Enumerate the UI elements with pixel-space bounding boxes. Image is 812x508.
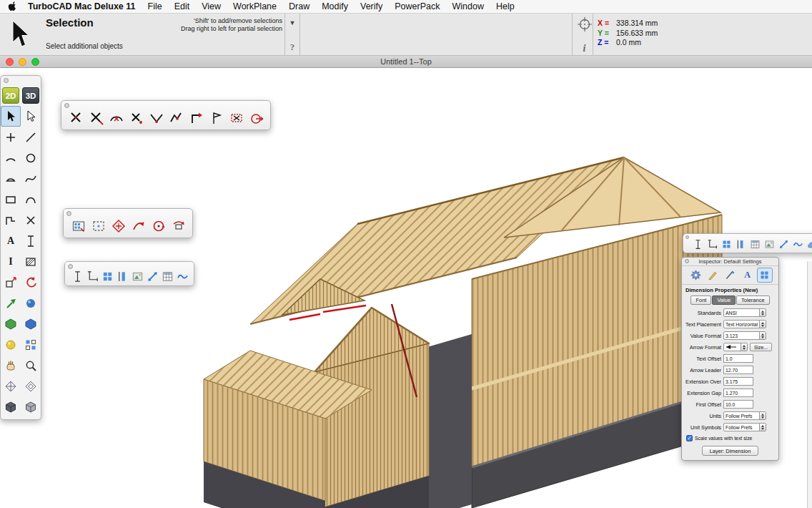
light-tool[interactable]	[1, 334, 21, 355]
chamfer-tool[interactable]	[147, 109, 166, 127]
standards-select[interactable]: ANSI	[723, 308, 766, 317]
menu-modify[interactable]: Modify	[322, 1, 348, 11]
menu-workplane[interactable]: WorkPlane	[233, 1, 277, 11]
app-name[interactable]: TurboCAD Mac Deluxe 11	[28, 1, 136, 11]
crosshair-icon[interactable]	[578, 17, 592, 31]
info-icon[interactable]: i	[583, 43, 586, 54]
settings-category[interactable]	[689, 268, 703, 282]
extension-over-input[interactable]: 3.175	[723, 377, 753, 386]
delete-tool[interactable]	[21, 210, 41, 230]
menu-verify[interactable]: Verify	[360, 1, 382, 11]
table-tool[interactable]	[161, 270, 174, 283]
field-text-tool[interactable]: I	[1, 251, 21, 272]
image-tool[interactable]	[131, 270, 144, 283]
hidden-line-view-tool[interactable]	[21, 376, 41, 396]
break-tool[interactable]	[67, 109, 86, 127]
layer-button[interactable]: Layer: Dimension	[702, 446, 759, 456]
units-select[interactable]: Follow Prefs	[723, 411, 766, 420]
menu-help[interactable]: Help	[496, 1, 515, 11]
palette-close-icon[interactable]	[685, 235, 689, 239]
select-open-tool[interactable]	[21, 106, 41, 127]
apple-menu[interactable]	[7, 1, 16, 11]
sphere-tool[interactable]	[21, 293, 41, 313]
move-tool[interactable]	[129, 218, 148, 235]
menu-view[interactable]: View	[202, 1, 221, 11]
bar-dimension-tool[interactable]	[734, 238, 748, 250]
menu-powerpack[interactable]: PowerPack	[395, 1, 440, 11]
shaded-view-tool[interactable]	[1, 396, 21, 417]
stepper-icon[interactable]	[759, 309, 766, 316]
corner-dimension-tool[interactable]	[86, 270, 99, 283]
revolve-tool[interactable]	[247, 109, 266, 127]
line-tool[interactable]	[21, 127, 41, 147]
palette-close-icon[interactable]	[68, 264, 73, 269]
grid-dimension-tool[interactable]	[720, 238, 733, 250]
pen-category[interactable]	[706, 268, 721, 282]
circle-tool[interactable]	[21, 147, 41, 168]
grid-dimension-tool[interactable]	[101, 270, 114, 283]
polyline-tool[interactable]	[1, 210, 21, 230]
arc-tool[interactable]	[1, 147, 21, 168]
close-window-button[interactable]	[6, 58, 14, 66]
document-title-bar[interactable]: Untitled 1--Top	[0, 56, 812, 68]
dimension-category[interactable]	[758, 268, 772, 282]
fillet-tool[interactable]	[167, 109, 186, 127]
solid-blue-tool[interactable]	[21, 313, 41, 334]
trim-tool[interactable]	[87, 109, 106, 127]
extension-gap-input[interactable]: 1.270	[723, 389, 753, 397]
break-arc-tool[interactable]	[107, 109, 126, 127]
cloud-tool[interactable]	[806, 238, 812, 250]
transform-tool[interactable]	[1, 272, 21, 293]
grid-select-tool[interactable]	[69, 218, 88, 235]
menu-window[interactable]: Window	[452, 1, 484, 11]
vertical-dimension-tool[interactable]	[71, 270, 84, 283]
mode-2d-tool[interactable]: 2D	[1, 85, 21, 106]
spline-tool[interactable]	[21, 168, 41, 189]
stepper-icon[interactable]	[741, 343, 747, 351]
stepper-icon[interactable]	[759, 332, 766, 339]
wave-dimension-tool[interactable]	[791, 238, 805, 250]
palette-close-icon[interactable]	[685, 259, 689, 263]
vertical-dimension-tool[interactable]	[691, 238, 705, 250]
chevron-down-icon[interactable]: ▼	[289, 19, 296, 26]
bar-dimension-tool[interactable]	[116, 270, 129, 283]
delete-point-tool[interactable]	[127, 109, 146, 127]
brush-category[interactable]	[723, 268, 738, 282]
text-placement-select[interactable]: Text Horizontal	[723, 320, 766, 328]
palette-close-icon[interactable]	[4, 78, 9, 83]
curve-tool[interactable]	[21, 189, 41, 210]
minimize-window-button[interactable]	[19, 58, 26, 66]
scale-values-checkbox[interactable]: ✓	[686, 435, 693, 441]
extrude-tool[interactable]	[1, 293, 21, 313]
pan-tool[interactable]	[1, 355, 21, 376]
stepper-icon[interactable]	[759, 412, 766, 419]
closed-arc-tool[interactable]	[1, 168, 21, 189]
diagonal-dimension-tool[interactable]	[777, 238, 791, 250]
solid-green-tool[interactable]	[1, 313, 21, 334]
marquee-select-tool[interactable]	[89, 218, 108, 235]
mode-3d-tool[interactable]: 3D	[21, 85, 41, 106]
zoom-window-button[interactable]	[31, 58, 39, 66]
unit-symbols-select[interactable]: Follow Prefs	[723, 423, 766, 431]
arrow-format-select[interactable]	[723, 343, 748, 351]
scale-tool[interactable]	[109, 218, 128, 235]
stepper-icon[interactable]	[759, 321, 766, 328]
point-tool[interactable]	[1, 127, 21, 147]
rectangle-tool[interactable]	[1, 189, 21, 210]
arrow-leader-input[interactable]: 12.70	[723, 366, 753, 374]
tab-value[interactable]: Value	[712, 295, 736, 305]
flag-tool[interactable]	[207, 109, 226, 127]
menu-file[interactable]: File	[148, 1, 162, 11]
value-format-select[interactable]: 3.123	[723, 331, 766, 340]
palette-close-icon[interactable]	[66, 211, 71, 216]
partial-delete-tool[interactable]	[227, 109, 246, 127]
hatch-tool[interactable]	[21, 251, 41, 272]
stepper-icon[interactable]	[759, 424, 766, 431]
table-tool[interactable]	[748, 238, 762, 250]
array-tool[interactable]	[21, 334, 41, 355]
select-tool[interactable]	[1, 106, 21, 127]
text-offset-input[interactable]: 1.0	[723, 354, 753, 363]
rotate-tool[interactable]	[21, 272, 41, 293]
image-tool[interactable]	[763, 238, 776, 250]
arrow-size-button[interactable]: Size...	[750, 343, 772, 351]
